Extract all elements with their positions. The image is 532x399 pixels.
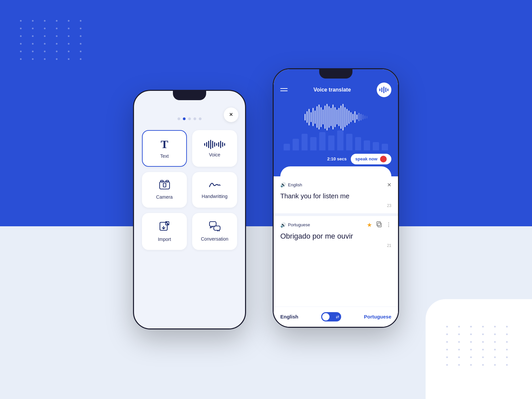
source-text: Thank you for listen me — [280, 191, 391, 201]
phones-container: × T Text — [0, 0, 532, 399]
phone-right-content: Voice translate — [274, 69, 398, 327]
target-char-count: 21 — [280, 243, 391, 248]
recording-indicator — [380, 156, 387, 162]
options-grid: T Text — [142, 130, 237, 250]
source-language-label: 🔊 English — [280, 182, 302, 187]
page-dots-indicator — [178, 117, 201, 120]
toggle-knob — [322, 313, 330, 320]
speak-now-label: speak now — [355, 156, 377, 161]
target-language-label: 🔊 Portuguese — [280, 222, 310, 228]
speak-now-button[interactable]: speak now — [351, 154, 391, 164]
camera-icon — [159, 180, 170, 192]
swap-language-toggle[interactable]: ⇄ — [321, 312, 341, 321]
section-divider — [274, 213, 398, 216]
timer-text: 2:10 secs — [327, 156, 347, 161]
mic-button[interactable] — [377, 83, 391, 97]
option-handwriting[interactable]: Handwritting — [192, 172, 237, 208]
header-title: Voice translate — [314, 87, 351, 93]
option-import[interactable]: Import — [142, 213, 187, 250]
speaker-icon-target: 🔊 — [280, 222, 286, 228]
dot-1[interactable] — [178, 117, 180, 120]
language-toggle-bar: English ⇄ Portuguese — [274, 306, 398, 327]
option-text[interactable]: T Text — [142, 130, 187, 167]
handwriting-icon — [209, 180, 221, 191]
target-action-row: ★ ⋮ — [367, 221, 391, 229]
phone-left: × T Text — [133, 90, 246, 329]
option-handwriting-label: Handwritting — [202, 194, 228, 199]
option-text-label: Text — [160, 153, 169, 159]
curve-divider — [280, 166, 391, 176]
waveform-visual — [280, 104, 391, 130]
option-conversation-label: Conversation — [201, 236, 228, 242]
svg-rect-3 — [163, 183, 166, 187]
translation-section: 🔊 English ✕ Thank you for listen me 23 🔊 — [274, 176, 398, 327]
text-icon: T — [161, 138, 168, 151]
import-icon — [159, 221, 170, 234]
more-options-icon[interactable]: ⋮ — [386, 222, 391, 228]
speaker-icon-source: 🔊 — [280, 182, 286, 187]
hamburger-menu[interactable] — [280, 88, 288, 91]
dot-5[interactable] — [199, 117, 201, 120]
language-right-button[interactable]: Portuguese — [364, 314, 391, 319]
swap-icon: ⇄ — [336, 314, 339, 319]
source-language-name: English — [288, 182, 302, 187]
source-translation-card: 🔊 English ✕ Thank you for listen me 23 — [274, 176, 398, 213]
close-icon: × — [229, 111, 233, 118]
option-conversation[interactable]: Conversation — [192, 213, 237, 250]
svg-rect-8 — [378, 223, 381, 227]
phone-left-content: T Text — [134, 91, 245, 328]
option-camera-label: Camera — [156, 194, 173, 200]
target-language-name: Portuguese — [288, 222, 310, 227]
source-close-button[interactable]: ✕ — [387, 182, 391, 188]
waveform-area: 2:10 secs speak now — [274, 97, 398, 176]
conversation-icon — [209, 221, 220, 234]
phone-notch-left — [173, 91, 206, 100]
option-camera[interactable]: Camera — [142, 172, 187, 208]
close-button[interactable]: × — [224, 107, 238, 122]
dot-3[interactable] — [188, 117, 191, 120]
option-voice-label: Voice — [209, 152, 220, 157]
star-icon[interactable]: ★ — [367, 221, 372, 229]
language-toggle: English ⇄ Portuguese — [280, 312, 391, 321]
target-text: Obrigado por me ouvir — [280, 232, 391, 241]
option-voice[interactable]: Voice — [192, 130, 237, 167]
dot-2[interactable] — [183, 117, 186, 120]
option-import-label: Import — [158, 237, 171, 242]
svg-rect-2 — [166, 180, 169, 182]
svg-rect-1 — [161, 180, 163, 182]
language-left-button[interactable]: English — [280, 314, 298, 319]
target-translation-card: 🔊 Portuguese ★ ⋮ — [274, 216, 398, 253]
svg-rect-9 — [377, 222, 380, 226]
phone-right: Voice translate — [273, 68, 399, 328]
copy-icon[interactable] — [376, 221, 382, 229]
voice-icon — [204, 139, 225, 149]
source-char-count: 23 — [280, 203, 391, 208]
phone-notch-right — [319, 69, 352, 79]
dot-4[interactable] — [194, 117, 196, 120]
mic-waveform-icon — [379, 85, 388, 95]
